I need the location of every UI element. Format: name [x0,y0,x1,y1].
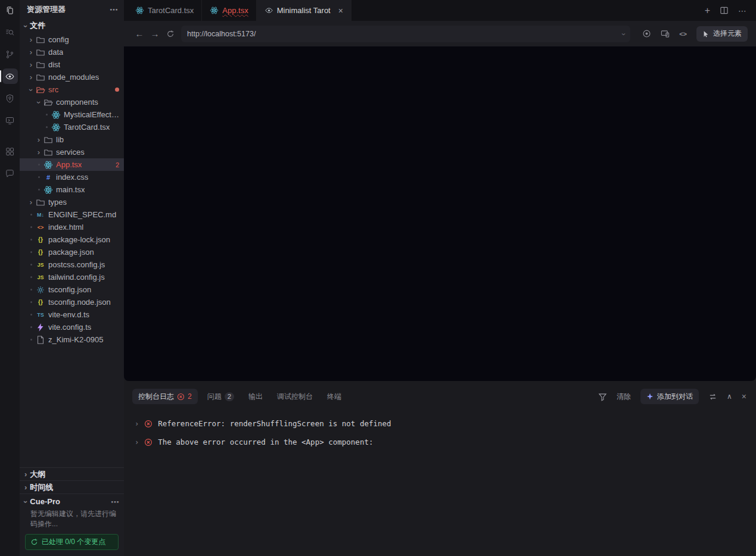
chevron-right-icon [38,136,40,143]
swap-panel-icon[interactable] [708,392,717,401]
new-tab-icon[interactable] [705,5,710,16]
error-icon [177,393,185,401]
extensions-icon[interactable] [2,143,18,159]
tree-folder-data[interactable]: data [20,46,124,58]
react-icon [43,160,53,170]
tab-app-tsx[interactable]: App.tsx [202,0,256,21]
devtools-code-icon[interactable] [679,30,687,38]
expand-chevron-icon[interactable] [135,420,139,427]
tree-file-main-tsx[interactable]: main.tsx [20,183,124,196]
expand-chevron-icon[interactable] [135,439,139,446]
tree-folder-node-modules[interactable]: node_modules [20,71,124,83]
debug-shield-icon[interactable] [2,90,18,106]
console-output: ReferenceError: renderShufflingScreen is… [124,405,756,451]
tree-folder-components[interactable]: components [20,96,124,108]
close-panel-icon[interactable] [742,392,746,401]
cue-pro-status-text: 已处理 0/0 个变更点 [42,537,105,547]
chevron-right-icon [24,470,27,478]
cue-pro-header[interactable]: Cue-Pro [24,497,119,506]
forward-icon[interactable] [149,29,161,39]
add-to-chat-button[interactable]: 添加到对话 [640,389,699,404]
refresh-icon[interactable] [164,29,176,39]
panel-tab-debug-console[interactable]: 调试控制台 [272,389,318,404]
console-error-text: ReferenceError: renderShufflingScreen is… [158,419,391,428]
back-icon[interactable] [133,29,145,39]
more-icon[interactable] [111,498,119,506]
panel-tab-output[interactable]: 输出 [244,389,267,404]
tree-folder-dist[interactable]: dist [20,58,124,71]
inspect-target-icon[interactable] [642,29,651,38]
ide-window: 资源管理器 文件 config data dist node_modules s… [0,0,756,556]
tree-file-vite-env[interactable]: vite-env.d.ts [20,308,124,321]
tree-file-index-html[interactable]: index.html [20,221,124,233]
tree-file-tailwind-config[interactable]: tailwind.config.js [20,271,124,283]
explorer-icon[interactable] [2,2,18,18]
folder-icon [36,73,45,82]
markdown-icon [36,212,45,218]
chevron-down-icon[interactable] [620,33,627,35]
react-icon [43,185,53,195]
collapse-panel-icon[interactable] [727,392,732,401]
tree-file-package-lock[interactable]: package-lock.json [20,233,124,246]
tree-file-engine-spec[interactable]: ENGINE_SPEC.md [20,208,124,221]
tree-file-mysticaleffects[interactable]: MysticalEffects.tsx [20,108,124,121]
html-icon [36,224,45,230]
tree-file-vite-config[interactable]: vite.config.ts [20,321,124,333]
tree-file-tarotcard[interactable]: TarotCard.tsx [20,121,124,133]
chat-icon[interactable] [2,165,18,181]
tree-folder-config[interactable]: config [20,33,124,46]
url-input[interactable]: http://localhost:5173/ [181,26,630,42]
tree-file-index-css[interactable]: index.css [20,171,124,183]
select-element-button[interactable]: 选择元素 [696,26,748,42]
more-icon[interactable] [738,7,746,15]
folder-open-icon [36,85,45,95]
tree-folder-src[interactable]: src [20,83,124,96]
sync-icon [30,538,38,546]
tree-folder-services[interactable]: services [20,146,124,158]
tab-tarotcard-tsx[interactable]: TarotCard.tsx [127,0,202,21]
tree-file-app-tsx[interactable]: App.tsx2 [20,158,124,171]
cue-pro-section: Cue-Pro 暂无编辑建议，请先进行编码操作... 已处理 0/0 个变更点 [20,493,124,556]
file-tree: config data dist node_modules src compon… [20,33,124,346]
monitor-icon[interactable] [2,113,18,128]
console-error-line[interactable]: ReferenceError: renderShufflingScreen is… [135,414,756,433]
panel-tab-problems[interactable]: 问题 2 [203,389,239,404]
tree-file-package-json[interactable]: package.json [20,246,124,258]
more-icon[interactable] [110,5,118,14]
tree-file-postcss-config[interactable]: postcss.config.js [20,258,124,271]
sidebar-header: 资源管理器 [20,0,124,19]
panel-tab-console-log[interactable]: 控制台日志 2 [132,389,198,404]
tree-file-z-kimi[interactable]: z_Kimi-K2-0905 [20,333,124,346]
tree-file-tsconfig-node[interactable]: tsconfig.node.json [20,296,124,308]
outline-section-header[interactable]: 大纲 [20,467,124,480]
panel-tab-terminal[interactable]: 终端 [322,389,346,404]
files-section-header[interactable]: 文件 [20,19,124,32]
file-dot [38,189,40,190]
responsive-device-icon[interactable] [661,29,670,38]
browser-preview-pane[interactable] [124,46,756,381]
editor-tab-bar: TarotCard.tsx App.tsx Minimalist Tarot [124,0,756,21]
chevron-right-icon [30,48,32,56]
filter-icon[interactable] [598,392,607,401]
cue-pro-status-bar[interactable]: 已处理 0/0 个变更点 [25,534,119,550]
tree-file-tsconfig[interactable]: tsconfig.json [20,283,124,296]
search-icon[interactable] [2,24,18,40]
folder-icon [36,35,45,45]
chevron-right-icon [30,198,32,206]
file-dot [30,289,32,291]
tab-minimalist-tarot[interactable]: Minimalist Tarot [257,0,351,21]
preview-eye-icon[interactable] [2,68,18,84]
file-dot [30,251,32,253]
chevron-down-icon [22,24,30,27]
source-control-icon[interactable] [2,46,18,62]
split-editor-icon[interactable] [720,6,729,15]
close-icon[interactable] [338,7,343,15]
panel-actions: 清除 添加到对话 [598,389,746,404]
folder-icon [43,135,53,145]
timeline-section-header[interactable]: 时间线 [20,480,124,493]
clear-console-button[interactable]: 清除 [617,392,631,402]
console-error-line[interactable]: The above error occurred in the <App> co… [135,433,756,451]
tree-folder-lib[interactable]: lib [20,133,124,146]
file-dot [30,326,32,328]
tree-folder-types[interactable]: types [20,196,124,208]
